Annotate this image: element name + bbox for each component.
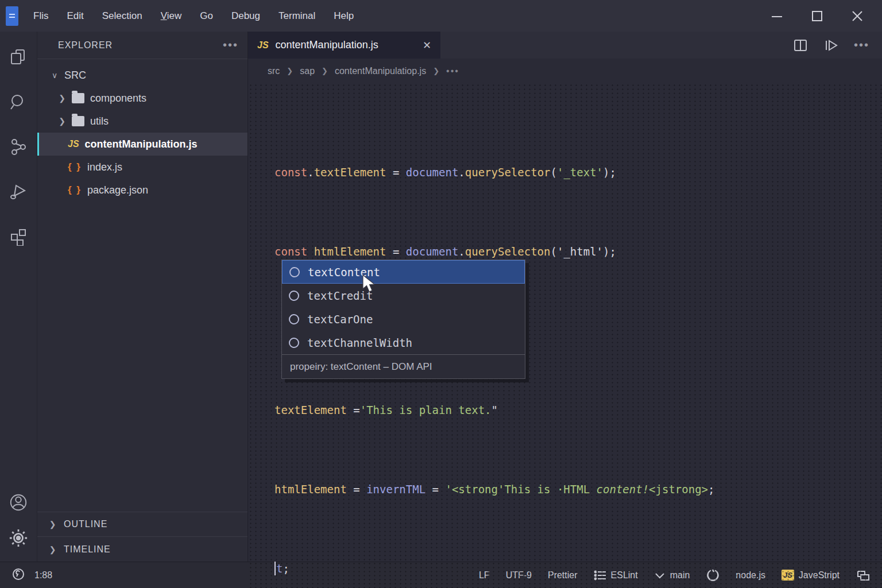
app-logo-icon <box>6 6 18 26</box>
suggestion-textcarone[interactable]: textCarOne <box>282 307 525 331</box>
chevron-down-icon: ∨ <box>51 71 59 80</box>
suggestion-textchannelwidth[interactable]: textChannelWidth <box>282 331 525 354</box>
explorer-icon[interactable] <box>9 48 28 67</box>
menu-go[interactable]: Go <box>193 7 220 25</box>
search-icon[interactable] <box>9 92 28 112</box>
suggestion-label: textCarOne <box>307 313 373 326</box>
js-file-icon: JS <box>257 40 269 51</box>
chevron-right-icon: ❯ <box>322 67 328 75</box>
tree-item-label: components <box>90 92 146 105</box>
tree-root-label: SRC <box>64 69 86 82</box>
code-line-with-cursor: t; <box>274 555 882 582</box>
tab-contentmanipulation[interactable]: JS contentManipulation.js ✕ <box>248 32 440 59</box>
explorer-sidebar: EXPLORER ••• ∨ SRC ❯ components ❯ utils <box>37 32 248 562</box>
outline-section[interactable]: ❯ OUTLINE <box>37 512 247 537</box>
settings-gear-icon[interactable] <box>9 528 28 548</box>
tree-item-label: package.json <box>87 184 148 196</box>
menu-view[interactable]: View <box>154 7 189 25</box>
js-file-icon: JS <box>68 139 79 149</box>
close-button[interactable] <box>850 9 865 24</box>
breadcrumb-sap[interactable]: sap <box>300 66 315 76</box>
chevron-right-icon: ❯ <box>58 117 66 126</box>
suggestion-textcontent[interactable]: textContent <box>282 260 525 284</box>
chevron-right-icon: ❯ <box>49 520 57 529</box>
suggestion-label: textChannelWidth <box>307 336 412 349</box>
extensions-icon[interactable] <box>9 227 28 246</box>
suggestion-detail: propeiry: textContent – DOM API <box>282 354 525 378</box>
code-line: htmlElement = invernTML = '<strong'This … <box>274 476 882 502</box>
suggestion-kind-icon <box>289 314 299 324</box>
sidebar-title: EXPLORER <box>58 40 113 51</box>
tree-item-contentmanipulation[interactable]: JS contentManipulation.js <box>37 133 247 156</box>
breadcrumb-file[interactable]: contentManipulatiop.js <box>335 66 426 76</box>
tree-item-label: contentManipulation.js <box>85 138 198 150</box>
section-label: TIMELINE <box>64 544 111 555</box>
chevron-right-icon: ❯ <box>287 67 293 75</box>
chevron-right-icon: ❯ <box>433 67 439 75</box>
activity-bar <box>0 32 37 562</box>
mouse-cursor <box>362 274 379 296</box>
run-debug-icon[interactable] <box>9 182 28 202</box>
editor-more-actions-icon[interactable]: ••• <box>854 38 869 52</box>
text-cursor <box>274 562 276 575</box>
tree-item-utils[interactable]: ❯ utils <box>37 110 247 133</box>
breadcrumb-src[interactable]: src <box>268 66 280 76</box>
code-line: const.textElement = document.querySelect… <box>274 159 882 185</box>
split-editor-icon[interactable] <box>793 38 808 53</box>
history-icon[interactable] <box>11 567 25 583</box>
file-tree: ∨ SRC ❯ components ❯ utils JS contentMan… <box>37 59 247 202</box>
suggestion-kind-icon <box>289 267 300 277</box>
menu-edit[interactable]: Edit <box>60 7 90 25</box>
vscode-window: Flis Edit Selection View Go Debug Termin… <box>0 0 882 588</box>
autocomplete-popup: textContent textCredit textCarOne textCh… <box>281 260 525 379</box>
menu-terminal[interactable]: Terminal <box>272 7 322 25</box>
maximize-button[interactable] <box>810 9 825 24</box>
menu-file[interactable]: Flis <box>26 7 55 25</box>
menu-help[interactable]: Help <box>327 7 361 25</box>
account-icon[interactable] <box>9 493 28 512</box>
tab-close-icon[interactable]: ✕ <box>423 39 431 52</box>
tab-bar: JS contentManipulation.js ✕ <box>248 32 882 59</box>
suggestion-textcredit[interactable]: textCredit <box>282 284 525 307</box>
tree-root-src[interactable]: ∨ SRC <box>37 64 247 87</box>
tree-item-label: utils <box>90 115 109 127</box>
menu-bar: Flis Edit Selection View Go Debug Termin… <box>26 7 361 25</box>
chevron-right-icon: ❯ <box>49 545 57 554</box>
suggestion-kind-icon <box>289 291 299 301</box>
tree-item-label: index.js <box>87 161 122 173</box>
suggestion-kind-icon <box>289 338 299 348</box>
menu-debug[interactable]: Debug <box>225 7 267 25</box>
cursor-position[interactable]: 1:88 <box>34 570 52 581</box>
section-label: OUTLINE <box>64 519 107 529</box>
tree-item-components[interactable]: ❯ components <box>37 87 247 110</box>
tree-item-index[interactable]: { } index.js <box>37 156 247 179</box>
breadcrumb-more-icon[interactable]: ••• <box>446 66 459 76</box>
braces-file-icon: { } <box>68 184 82 196</box>
breadcrumb: src ❯ sap ❯ contentManipulatiop.js ❯ ••• <box>248 59 882 83</box>
chevron-right-icon: ❯ <box>58 94 66 103</box>
timeline-section[interactable]: ❯ TIMELINE <box>37 537 247 562</box>
source-control-icon[interactable] <box>9 137 28 157</box>
run-file-icon[interactable] <box>823 38 839 53</box>
braces-file-icon: { } <box>68 161 82 173</box>
folder-icon <box>72 93 84 103</box>
sidebar-more-actions-icon[interactable]: ••• <box>223 38 238 52</box>
folder-icon <box>72 116 84 126</box>
title-bar: Flis Edit Selection View Go Debug Termin… <box>0 0 882 32</box>
tree-item-package[interactable]: { } package.json <box>37 179 247 202</box>
menu-selection[interactable]: Selection <box>95 7 149 25</box>
tab-label: contentManipulation.js <box>276 39 378 51</box>
minimize-button[interactable] <box>769 9 784 24</box>
code-line: textElement ='This is plain text." <box>274 397 882 423</box>
